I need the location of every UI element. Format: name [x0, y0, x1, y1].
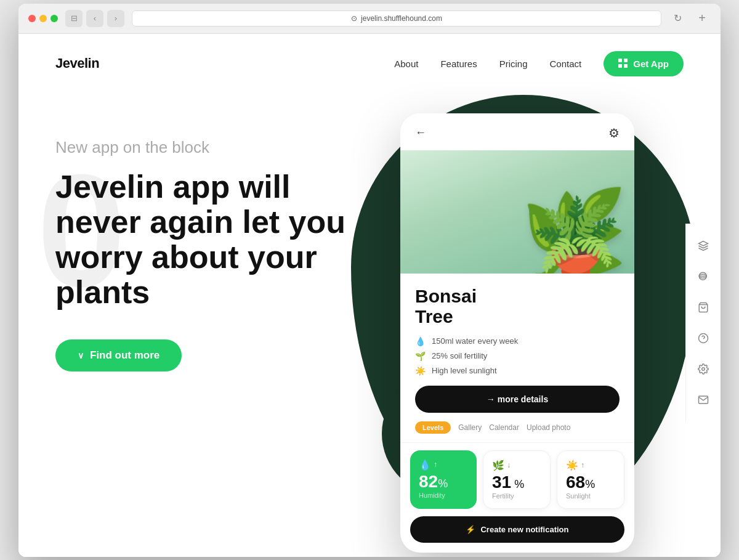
grid-icon [618, 59, 628, 68]
get-app-label: Get App [633, 59, 669, 69]
soil-icon: 🌱 [415, 351, 426, 361]
plant-image-area: 🌿 🪴 [400, 150, 634, 274]
security-icon: ⊙ [351, 14, 357, 23]
chevron-down-icon: ∨ [78, 351, 84, 360]
nav-links: About Features Pricing Contact Get App [394, 51, 684, 76]
settings-sidebar-icon[interactable] [693, 359, 713, 379]
view-icon[interactable] [693, 267, 713, 286]
sunlight-card-icon: ☀️↑ [566, 460, 615, 471]
create-notification-button[interactable]: ⚡ Create new notification [410, 516, 624, 543]
phone-settings-icon[interactable]: ⚙ [608, 126, 620, 140]
browser-tab-icon[interactable]: ⊟ [65, 10, 83, 27]
layers-icon[interactable] [693, 236, 713, 256]
minimize-button[interactable] [39, 15, 47, 22]
plant-name: BonsaiTree [415, 286, 620, 327]
water-icon: 💧 [415, 336, 426, 346]
find-out-button[interactable]: ∨ Find out more [55, 339, 182, 371]
sunlight-label: Sunlight [566, 492, 615, 500]
tab-gallery[interactable]: Gallery [458, 423, 482, 432]
fertility-value: 31 % [492, 474, 541, 491]
sunlight-stat-text: High level sunlight [432, 366, 497, 375]
svg-marker-0 [699, 241, 708, 246]
nav-about[interactable]: About [394, 59, 418, 69]
nav-contact[interactable]: Contact [550, 59, 582, 69]
humidity-icon: 💧↑ [419, 459, 468, 471]
find-out-label: Find out more [90, 349, 160, 362]
close-button[interactable] [28, 15, 36, 22]
hero-section: 0 New app on the block Jevelin app will … [18, 89, 721, 557]
soil-stat-text: 25% soil fertility [432, 351, 487, 360]
help-icon[interactable] [693, 328, 713, 348]
sunlight-value: 68% [566, 474, 615, 491]
more-details-label: → more details [487, 394, 548, 404]
browser-navigation: ⊟ ‹ › [65, 10, 124, 27]
svg-point-7 [702, 367, 705, 370]
nav-pricing[interactable]: Pricing [499, 59, 528, 69]
bag-icon[interactable] [693, 298, 713, 317]
navbar: Jevelin About Features Pricing Contact G… [18, 34, 721, 89]
new-tab-button[interactable]: + [693, 10, 711, 27]
phone-header: ← ⚙ [400, 113, 634, 150]
hero-right: ← ⚙ 🌿 🪴 BonsaiTree [370, 101, 684, 532]
notification-icon: ⚡ [466, 525, 475, 534]
url-text: jevelin.shufflehound.com [361, 14, 442, 23]
humidity-card: 💧↑ 82% Humidity [410, 450, 477, 509]
sunlight-card: ☀️↑ 68% Sunlight [557, 450, 624, 509]
nav-features[interactable]: Features [440, 59, 477, 69]
window-controls [28, 15, 58, 22]
hero-subtitle: New app on the block [55, 138, 370, 157]
phone-mockup: ← ⚙ 🌿 🪴 BonsaiTree [400, 113, 634, 553]
fertility-card: 🌿↓ 31 % Fertility [483, 450, 551, 509]
tab-upload[interactable]: Upload photo [527, 423, 570, 432]
get-app-button[interactable]: Get App [604, 51, 684, 76]
fertility-label: Fertility [492, 492, 541, 500]
sunlight-icon: ☀️ [415, 366, 426, 376]
plant-stats: 💧 150ml water every week 🌱 25% soil fert… [415, 336, 620, 376]
hero-title: Jevelin app will never again let you wor… [55, 169, 363, 310]
humidity-value: 82% [419, 473, 468, 490]
notification-label: Create new notification [480, 525, 568, 534]
plant-info: BonsaiTree 💧 150ml water every week 🌱 25… [400, 274, 634, 413]
maximize-button[interactable] [50, 15, 58, 22]
more-details-button[interactable]: → more details [415, 386, 620, 413]
water-stat-text: 150ml water every week [432, 336, 518, 346]
mail-icon[interactable] [693, 390, 713, 410]
stats-row: 💧↑ 82% Humidity 🌿↓ [400, 443, 634, 516]
address-bar[interactable]: ⊙ jevelin.shufflehound.com [132, 10, 661, 26]
humidity-label: Humidity [419, 492, 468, 499]
water-stat: 💧 150ml water every week [415, 336, 620, 346]
tab-levels[interactable]: Levels [415, 421, 451, 434]
browser-window: ⊟ ‹ › ⊙ jevelin.shufflehound.com ↻ + Jev… [18, 4, 721, 557]
phone-back-arrow[interactable]: ← [415, 126, 426, 139]
tab-calendar[interactable]: Calendar [489, 423, 519, 432]
sidebar-icons [685, 224, 721, 422]
refresh-button[interactable]: ↻ [669, 10, 686, 27]
browser-bar: ⊟ ‹ › ⊙ jevelin.shufflehound.com ↻ + [18, 4, 721, 34]
back-button[interactable]: ‹ [86, 10, 103, 27]
page-content: Jevelin About Features Pricing Contact G… [18, 34, 721, 557]
app-tabs: Levels Gallery Calendar Upload photo [400, 413, 634, 443]
soil-stat: 🌱 25% soil fertility [415, 351, 620, 361]
brand-logo: Jevelin [55, 55, 99, 71]
forward-button[interactable]: › [107, 10, 124, 27]
sunlight-stat: ☀️ High level sunlight [415, 366, 620, 376]
fertility-icon: 🌿↓ [492, 460, 541, 471]
hero-left: New app on the block Jevelin app will ne… [55, 101, 370, 372]
